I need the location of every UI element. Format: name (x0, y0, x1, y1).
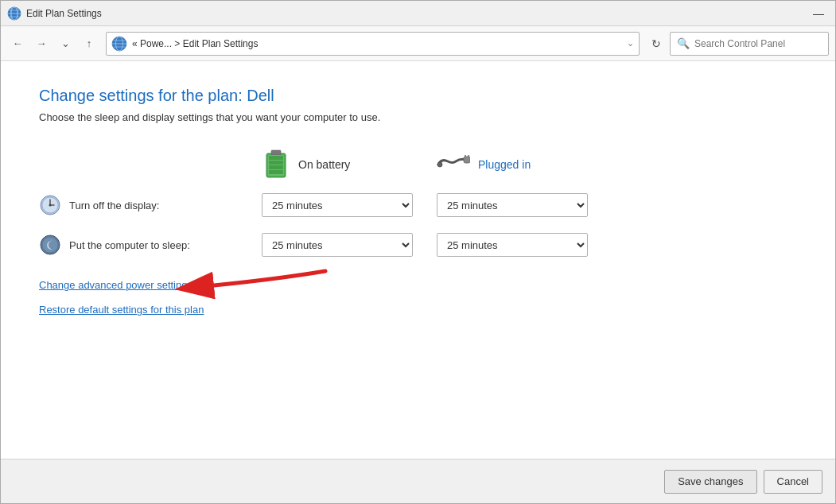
restore-defaults-link[interactable]: Restore default settings for this plan (39, 304, 204, 316)
svg-rect-11 (271, 150, 281, 155)
save-changes-button[interactable]: Save changes (664, 470, 756, 494)
nav-bar: ← → ⌄ ↑ « Powe... > Edit Plan Settings ⌄… (1, 26, 835, 61)
main-window: Edit Plan Settings — ← → ⌄ ↑ « Powe... >… (0, 0, 836, 504)
arrow-annotation (166, 255, 341, 311)
search-box[interactable]: 🔍 (670, 32, 829, 56)
content-area: Change settings for the plan: Dell Choos… (1, 61, 835, 459)
svg-rect-13 (269, 156, 283, 160)
search-icon: 🔍 (677, 37, 690, 49)
plugged-in-header: Plugged in (437, 149, 612, 180)
display-plugged-dropdown-wrap: 25 minutes 1 minute 2 minutes 5 minutes … (437, 193, 612, 217)
svg-rect-16 (269, 170, 283, 174)
address-bar-icon (111, 36, 127, 52)
refresh-button[interactable]: ↻ (646, 33, 667, 54)
svg-point-27 (42, 237, 58, 253)
sleep-icon (39, 234, 61, 256)
sleep-on-battery-select[interactable]: 25 minutes 1 minute 2 minutes 5 minutes … (262, 233, 413, 257)
page-title: Change settings for the plan: Dell (39, 87, 797, 105)
cancel-button[interactable]: Cancel (764, 470, 822, 494)
sleep-setting-label: Put the computer to sleep: (69, 239, 190, 251)
back-button[interactable]: ← (7, 33, 28, 54)
display-setting-label: Turn off the display: (69, 200, 159, 211)
address-bar[interactable]: « Powe... > Edit Plan Settings ⌄ (106, 32, 640, 56)
advanced-power-settings-link[interactable]: Change advanced power settings (39, 279, 192, 291)
column-headers: On battery Plugged in (39, 149, 797, 180)
search-input[interactable] (694, 38, 822, 49)
svg-rect-17 (464, 157, 470, 163)
sleep-setting-row: Put the computer to sleep: 25 minutes 1 … (39, 233, 797, 257)
plug-icon (437, 153, 470, 176)
links-section: Change advanced power settings Restore d… (39, 279, 797, 322)
minimize-button[interactable]: — (808, 6, 829, 21)
on-battery-label: On battery (298, 158, 350, 171)
page-subtitle: Choose the sleep and display settings th… (39, 111, 797, 123)
window-controls: — (808, 6, 829, 21)
display-plugged-select[interactable]: 25 minutes 1 minute 2 minutes 5 minutes … (437, 193, 588, 217)
up-button[interactable]: ↑ (79, 33, 99, 54)
title-bar: Edit Plan Settings — (1, 1, 835, 26)
on-battery-header: On battery (262, 149, 437, 180)
display-setting-row: Turn off the display: 25 minutes 1 minut… (39, 193, 797, 217)
footer: Save changes Cancel (1, 459, 835, 503)
sleep-label: Put the computer to sleep: (39, 234, 262, 256)
display-icon (39, 194, 61, 216)
forward-button[interactable]: → (31, 33, 52, 54)
display-on-battery-dropdown-wrap: 25 minutes 1 minute 2 minutes 5 minutes … (262, 193, 437, 217)
svg-rect-15 (269, 165, 283, 169)
svg-point-20 (437, 162, 442, 167)
address-breadcrumb: « Powe... > Edit Plan Settings (132, 38, 622, 49)
display-label: Turn off the display: (39, 194, 262, 216)
display-on-battery-select[interactable]: 25 minutes 1 minute 2 minutes 5 minutes … (262, 193, 413, 217)
sleep-plugged-select[interactable]: 25 minutes 1 minute 2 minutes 5 minutes … (437, 233, 588, 257)
sleep-on-battery-dropdown-wrap: 25 minutes 1 minute 2 minutes 5 minutes … (262, 233, 437, 257)
svg-rect-14 (269, 161, 283, 165)
plugged-in-label: Plugged in (478, 158, 531, 171)
battery-icon (262, 149, 290, 180)
window-icon (7, 6, 21, 21)
svg-point-25 (49, 204, 52, 207)
recent-locations-button[interactable]: ⌄ (55, 33, 76, 54)
address-chevron-icon[interactable]: ⌄ (627, 38, 634, 48)
window-title: Edit Plan Settings (26, 8, 808, 19)
sleep-plugged-dropdown-wrap: 25 minutes 1 minute 2 minutes 5 minutes … (437, 233, 612, 257)
